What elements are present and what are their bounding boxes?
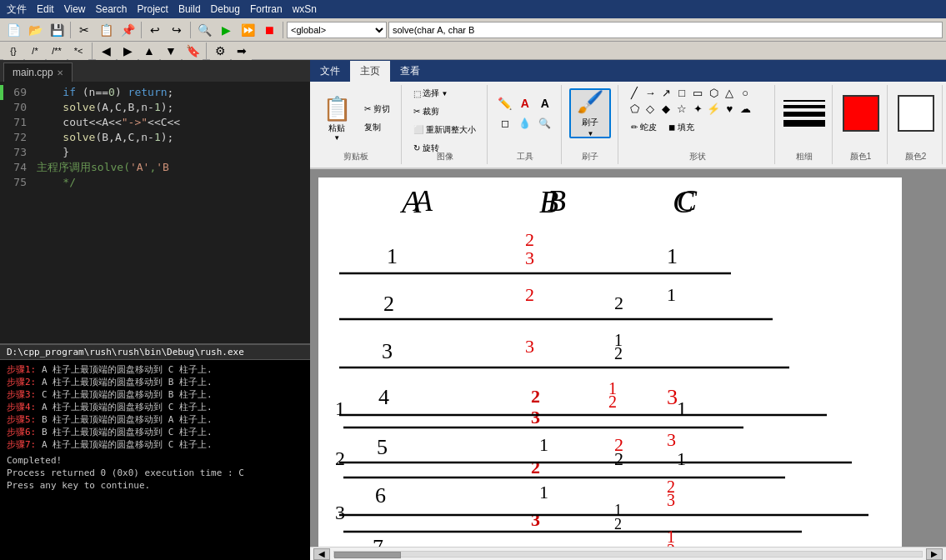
comment2-btn[interactable]: /** xyxy=(47,42,67,60)
thickness-2[interactable] xyxy=(783,105,825,108)
tab-file[interactable]: 文件 xyxy=(310,61,350,82)
menu-debug[interactable]: Debug xyxy=(211,3,240,15)
code-line-75: */ xyxy=(37,175,307,190)
cut-btn[interactable]: ✂ xyxy=(74,21,94,39)
crop-button[interactable]: ✂ 裁剪 xyxy=(409,103,480,120)
sep1 xyxy=(70,22,71,38)
scope-select[interactable]: <global> xyxy=(287,22,387,38)
shape-triangle[interactable]: △ xyxy=(722,85,737,100)
step-3: 步骤3: C 柱子上最顶端的圆盘移动到 B 柱子上. xyxy=(7,388,303,401)
step-5: 步骤5: B 柱子上最顶端的圆盘移动到 A 柱子上. xyxy=(7,413,303,426)
sep5 xyxy=(92,42,93,59)
press-key-line: Press any key to continue. xyxy=(7,479,303,492)
shape-pentagon[interactable]: ⬠ xyxy=(627,101,642,116)
nav-up-btn[interactable]: ▲ xyxy=(139,42,159,60)
arrow-btn[interactable]: ➡ xyxy=(232,42,252,60)
tab-home[interactable]: 主页 xyxy=(350,61,390,82)
stop-btn[interactable]: ⏹ xyxy=(259,21,279,39)
svg-text:1: 1 xyxy=(667,244,678,268)
picker-tool[interactable]: 💧 xyxy=(516,114,534,132)
shape-diamond[interactable]: ◇ xyxy=(643,101,658,116)
shape-hex[interactable]: ⬡ xyxy=(706,85,721,100)
shape-lightning[interactable]: ⚡ xyxy=(706,101,721,116)
tab-view[interactable]: 查看 xyxy=(390,61,430,82)
uncomment-btn[interactable]: *< xyxy=(68,42,88,60)
eraser-tool[interactable]: ◻ xyxy=(496,114,514,132)
svg-text:3: 3 xyxy=(667,491,675,509)
paint-canvas[interactable]: A B C 1 2 3 1 2 xyxy=(318,178,902,547)
shape-star4[interactable]: ✦ xyxy=(690,101,705,116)
fill-shape-button[interactable]: ◼ 填充 xyxy=(664,119,698,136)
menu-project[interactable]: Project xyxy=(138,3,168,15)
new-btn[interactable]: 📄 xyxy=(3,21,23,39)
thickness-4[interactable] xyxy=(783,120,825,127)
svg-text:3: 3 xyxy=(667,429,676,450)
color2-swatch[interactable] xyxy=(898,95,934,132)
paste-button[interactable]: 📋 粘贴 ▼ xyxy=(317,94,357,142)
paste-btn[interactable]: 📌 xyxy=(118,21,138,39)
menu-fortran[interactable]: Fortran xyxy=(250,3,283,15)
console-title: D:\cpp_program\rush\rush\bin\Debug\rush.… xyxy=(0,345,310,360)
shape-line[interactable]: ╱ xyxy=(627,85,642,100)
svg-text:2: 2 xyxy=(614,292,623,313)
shape-heart[interactable]: ♥ xyxy=(722,101,737,116)
color2-group: 颜色2 xyxy=(893,85,943,164)
menu-build[interactable]: Build xyxy=(178,3,201,15)
menu-view[interactable]: View xyxy=(64,3,86,15)
insert-btn[interactable]: {} xyxy=(3,42,23,60)
thickness-1[interactable] xyxy=(783,100,825,102)
copy-btn[interactable]: 📋 xyxy=(96,21,116,39)
shape-star[interactable]: ☆ xyxy=(674,101,689,116)
menu-file[interactable]: 文件 xyxy=(7,2,27,17)
shape-diag-arrow[interactable]: ↗ xyxy=(658,85,673,100)
select-button[interactable]: ⬚ 选择 ▼ xyxy=(409,85,480,102)
outline-button[interactable]: ✏ 蛇皮 xyxy=(627,119,661,136)
paint-hscroll[interactable]: ◀ ▶ xyxy=(310,547,946,560)
shape-rect[interactable]: □ xyxy=(674,85,689,100)
menu-wxsn[interactable]: wxSn xyxy=(293,3,317,15)
text-tool[interactable]: A xyxy=(536,94,554,112)
menu-edit[interactable]: Edit xyxy=(37,3,54,15)
nav-fwd-btn[interactable]: ▶ xyxy=(118,42,138,60)
shape-round-rect[interactable]: ▭ xyxy=(690,85,705,100)
code-lines[interactable]: if (n==0) return; solve(A,C,B,n-1); cout… xyxy=(33,82,310,343)
save-btn[interactable]: 💾 xyxy=(47,21,67,39)
open-btn[interactable]: 📂 xyxy=(25,21,45,39)
pencil-tool[interactable]: ✏️ xyxy=(496,94,514,112)
settings-btn[interactable]: ⚙ xyxy=(210,42,230,60)
shape-rhombus[interactable]: ◆ xyxy=(658,101,673,116)
nav-dn-btn[interactable]: ▼ xyxy=(161,42,181,60)
run-btn[interactable]: ▶ xyxy=(216,21,236,39)
clipboard-group: 📋 粘贴 ▼ ✂ 剪切 复制 剪贴板 xyxy=(313,85,401,164)
svg-text:2: 2 xyxy=(614,344,623,362)
bookmark-btn[interactable]: 🔖 xyxy=(183,42,203,60)
redo-btn[interactable]: ↪ xyxy=(167,21,187,39)
shape-circle[interactable]: ○ xyxy=(738,85,753,100)
toolbar-row: 📄 📂 💾 ✂ 📋 📌 ↩ ↪ 🔍 ▶ ⏩ ⏹ <global> xyxy=(0,18,946,42)
hscroll-thumb[interactable] xyxy=(334,552,401,558)
resize-button[interactable]: ⬜ 重新调整大小 xyxy=(409,122,480,138)
shape-cloud[interactable]: ☁ xyxy=(738,101,753,116)
cut-button[interactable]: ✂ 剪切 xyxy=(360,101,394,118)
hscroll-track[interactable] xyxy=(333,551,923,558)
undo-btn[interactable]: ↩ xyxy=(145,21,165,39)
search-btn[interactable]: 🔍 xyxy=(194,21,214,39)
comment-btn[interactable]: /* xyxy=(25,42,45,60)
shape-arrow[interactable]: → xyxy=(643,85,658,100)
copy-button[interactable]: 复制 xyxy=(360,119,394,136)
menu-search[interactable]: Search xyxy=(95,3,127,15)
fill-tool[interactable]: A xyxy=(516,94,534,112)
color1-swatch[interactable] xyxy=(843,95,879,132)
hscroll-left[interactable]: ◀ xyxy=(313,548,330,560)
shapes-label: 形状 xyxy=(689,151,706,162)
nav-back-btn[interactable]: ◀ xyxy=(96,42,116,60)
magnify-tool[interactable]: 🔍 xyxy=(536,114,554,132)
code-tab[interactable]: main.cpp ✕ xyxy=(3,62,73,82)
hscroll-right[interactable]: ▶ xyxy=(926,548,943,560)
tab-close-icon[interactable]: ✕ xyxy=(57,68,63,78)
func-input[interactable] xyxy=(388,22,943,38)
brush-button[interactable]: 🖌️ 刷子 ▼ xyxy=(569,88,611,138)
thickness-3[interactable] xyxy=(783,112,825,117)
debug-btn[interactable]: ⏩ xyxy=(238,21,258,39)
completed-line: Completed! xyxy=(7,454,303,467)
